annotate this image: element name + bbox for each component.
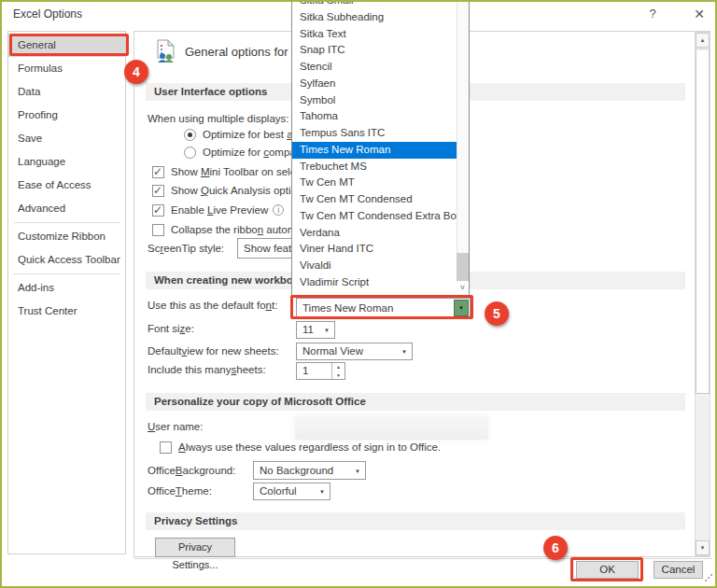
- close-icon[interactable]: ✕: [687, 7, 711, 23]
- sidebar-item-ease-of-access[interactable]: Ease of Access: [8, 174, 125, 197]
- screentip-style-label: ScreenTip style:: [148, 241, 224, 256]
- font-option[interactable]: Sylfaen: [292, 76, 469, 92]
- font-option[interactable]: Vladimir Script: [292, 274, 469, 291]
- font-option[interactable]: Times New Roman: [292, 142, 469, 159]
- checkbox-mini-toolbar[interactable]: ✓: [152, 166, 164, 178]
- office-background-dropdown[interactable]: No Background ▼: [253, 461, 366, 480]
- font-option[interactable]: Vivaldi: [292, 258, 469, 274]
- sidebar-item-data[interactable]: Data: [8, 80, 125, 104]
- checkbox-live-preview[interactable]: ✓: [152, 204, 164, 217]
- checkbox-always-use-values-label: Always use these values regardless of si…: [178, 440, 441, 455]
- annotation-badge-4: 4: [124, 60, 148, 84]
- radio-compatibility[interactable]: [184, 147, 196, 159]
- font-option[interactable]: Snap ITC: [292, 42, 469, 59]
- scrollbar-thumb[interactable]: [696, 49, 710, 394]
- dropdown-scrollbar[interactable]: [457, 0, 469, 296]
- sidebar-divider: [14, 273, 120, 274]
- sidebar-item-proofing[interactable]: Proofing: [8, 104, 125, 127]
- sidebar-item-formulas[interactable]: Formulas: [8, 57, 125, 80]
- resize-grip[interactable]: [704, 573, 713, 582]
- font-option[interactable]: Tw Cen MT: [292, 175, 469, 191]
- annotation-badge-5: 5: [485, 301, 509, 326]
- include-sheets-label: Include this many sheets:: [148, 362, 266, 377]
- include-sheets-stepper[interactable]: 1 ▲▼: [296, 362, 345, 380]
- font-dropdown-list: Sitka SmallSitka SubheadingSitka TextSna…: [291, 0, 470, 297]
- font-size-value: 11: [302, 324, 314, 335]
- font-option[interactable]: Trebuchet MS: [292, 159, 469, 175]
- sidebar-item-trust-center[interactable]: Trust Center: [8, 300, 125, 323]
- default-view-dropdown[interactable]: Normal View ▼: [296, 343, 413, 360]
- scroll-down-icon[interactable]: ▼: [696, 540, 710, 555]
- checkbox-collapse-ribbon[interactable]: [152, 224, 164, 236]
- font-option[interactable]: Viner Hand ITC: [292, 241, 469, 258]
- default-view-value: Normal View: [302, 345, 363, 357]
- checkbox-live-preview-label: Enable Live Preview: [171, 203, 268, 217]
- radio-best-appearance[interactable]: [184, 129, 196, 141]
- sidebar-item-add-ins[interactable]: Add-ins: [8, 276, 125, 300]
- section-privacy-settings: Privacy Settings: [146, 512, 685, 530]
- help-icon[interactable]: ?: [640, 7, 665, 23]
- annotation-badge-6: 6: [543, 536, 568, 560]
- font-size-dropdown[interactable]: 11 ▼: [296, 321, 335, 339]
- general-options-icon: [155, 39, 176, 63]
- font-option[interactable]: Sitka Subheading: [292, 9, 469, 26]
- chevron-down-icon: ▼: [324, 323, 330, 339]
- sidebar-divider: [14, 222, 120, 223]
- font-option[interactable]: Sitka Text: [292, 26, 469, 43]
- font-option[interactable]: Tempus Sans ITC: [292, 125, 469, 142]
- default-font-label: Use this as the default font:: [148, 298, 277, 313]
- font-option[interactable]: Sitka Small: [292, 0, 469, 9]
- content-scrollbar[interactable]: ▲ ▼: [695, 32, 710, 556]
- default-view-label: Default view for new sheets:: [148, 343, 279, 358]
- font-option[interactable]: Symbol: [292, 92, 469, 109]
- include-sheets-value: 1: [302, 365, 308, 376]
- office-background-label: Office Background:: [148, 463, 235, 478]
- office-theme-value: Colorful: [260, 485, 297, 497]
- chevron-down-icon: ▼: [319, 484, 325, 500]
- annotation-box-general: [9, 34, 129, 56]
- checkbox-quick-analysis[interactable]: ✓: [152, 185, 164, 197]
- user-name-label: User name:: [148, 419, 203, 434]
- font-option[interactable]: Tw Cen MT Condensed Extra Bold: [292, 208, 469, 225]
- checkbox-always-use-values[interactable]: [160, 441, 172, 454]
- sidebar-item-quick-access-toolbar[interactable]: Quick Access Toolbar: [8, 248, 125, 272]
- annotation-box-font-combo: [290, 295, 473, 319]
- user-name-field[interactable]: [295, 415, 488, 440]
- section-personalize: Personalize your copy of Microsoft Offic…: [146, 393, 685, 411]
- info-icon: i: [273, 204, 284, 216]
- office-background-value: No Background: [260, 465, 333, 476]
- font-size-label: Font size:: [148, 321, 194, 336]
- sidebar-item-advanced[interactable]: Advanced: [8, 197, 125, 220]
- spinner[interactable]: ▲▼: [331, 363, 344, 379]
- office-theme-dropdown[interactable]: Colorful ▼: [253, 483, 330, 500]
- spinner-up-icon[interactable]: ▲: [332, 363, 344, 371]
- check-icon: ✓: [153, 183, 162, 198]
- font-option[interactable]: Stencil: [292, 59, 469, 76]
- excel-options-dialog: Excel Options ? ✕ GeneralFormulasDataPro…: [0, 0, 717, 588]
- office-theme-label: Office Theme:: [148, 483, 212, 498]
- dropdown-scroll-down-icon[interactable]: ˅: [457, 282, 469, 296]
- window-title: Excel Options: [13, 7, 82, 21]
- chevron-down-icon: ▼: [401, 344, 407, 360]
- cancel-button[interactable]: Cancel: [654, 561, 703, 579]
- check-icon: ✓: [153, 203, 162, 217]
- annotation-box-ok: [570, 557, 643, 581]
- dropdown-scrollbar-thumb[interactable]: [457, 253, 469, 281]
- scroll-up-icon[interactable]: ▲: [696, 33, 710, 48]
- spinner-down-icon[interactable]: ▼: [332, 371, 344, 380]
- chevron-down-icon: ▼: [355, 463, 360, 480]
- sidebar: GeneralFormulasDataProofingSaveLanguageE…: [7, 31, 126, 554]
- font-option[interactable]: Verdana: [292, 225, 469, 242]
- sidebar-item-save[interactable]: Save: [8, 127, 125, 150]
- privacy-settings-button[interactable]: Privacy Settings...: [155, 538, 235, 557]
- multi-display-label: When using multiple displays:: [148, 111, 289, 126]
- check-icon: ✓: [153, 164, 162, 179]
- font-option[interactable]: Tahoma: [292, 108, 469, 125]
- font-option[interactable]: Tw Cen MT Condensed: [292, 191, 469, 208]
- sidebar-item-language[interactable]: Language: [8, 150, 125, 174]
- sidebar-item-customize-ribbon[interactable]: Customize Ribbon: [8, 225, 125, 248]
